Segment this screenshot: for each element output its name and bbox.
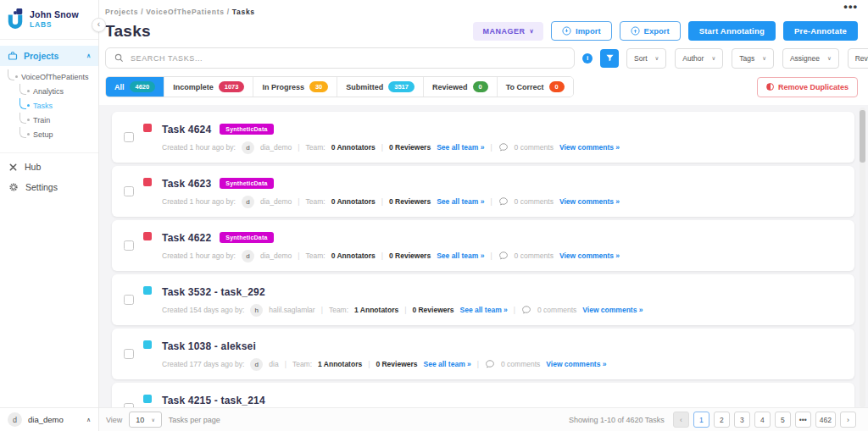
task-row[interactable]: Task 4623SyntheticDataCreated 1 hour ago… bbox=[112, 166, 854, 217]
export-button[interactable]: Export bbox=[620, 21, 681, 41]
comments-count: 0 comments bbox=[537, 306, 576, 314]
sidebar-item-analytics[interactable]: Analytics bbox=[19, 85, 97, 99]
task-meta: Created 1 hour ago by:ddia_demo|Team:0 A… bbox=[162, 141, 620, 154]
scrollbar[interactable] bbox=[860, 108, 865, 407]
task-body: Task 3532 - task_292Created 154 days ago… bbox=[162, 284, 643, 317]
task-checkbox[interactable] bbox=[124, 186, 134, 196]
see-all-team-link[interactable]: See all team » bbox=[437, 197, 484, 206]
filter-dropdown-reviewer[interactable]: Reviewer∨ bbox=[848, 48, 868, 69]
see-all-team-link[interactable]: See all team » bbox=[437, 251, 484, 260]
breadcrumb-item[interactable]: VoiceOfThePatients bbox=[146, 8, 224, 16]
tree-connector bbox=[19, 98, 26, 109]
task-title[interactable]: Task 4622 bbox=[162, 232, 211, 244]
pagination-page-1[interactable]: 1 bbox=[693, 412, 709, 428]
task-title[interactable]: Task 4624 bbox=[162, 124, 211, 135]
sidebar-item-setup[interactable]: Setup bbox=[19, 128, 97, 142]
app-window: ‹ John Snow LABS Projects ∧ bbox=[0, 0, 868, 431]
pagination-page-5[interactable]: 5 bbox=[775, 412, 791, 428]
task-row[interactable]: Task 1038 - alekseiCreated 177 days ago … bbox=[112, 329, 854, 379]
sidebar-item-tasks[interactable]: Tasks bbox=[19, 99, 97, 113]
task-status-icon bbox=[143, 232, 152, 240]
view-comments-link[interactable]: View comments » bbox=[582, 306, 643, 314]
task-row[interactable]: Task 3532 - task_292Created 154 days ago… bbox=[112, 274, 854, 325]
task-meta: Created 154 days ago by:hhalil.saglamlar… bbox=[162, 304, 643, 317]
tabs-row: All4620Incomplete1073In Progress30Submit… bbox=[99, 75, 868, 105]
page-size-select[interactable]: 10 ∨ bbox=[129, 412, 161, 428]
remove-duplicates-button[interactable]: Remove Duplicates bbox=[757, 77, 858, 97]
tab-in-progress[interactable]: In Progress30 bbox=[253, 77, 337, 97]
filter-dropdown-author[interactable]: Author∨ bbox=[675, 48, 723, 69]
tree-item-label: Train bbox=[33, 116, 50, 128]
task-checkbox[interactable] bbox=[124, 240, 134, 251]
view-label: View bbox=[106, 416, 122, 424]
pagination-page-4[interactable]: 4 bbox=[754, 412, 771, 428]
breadcrumb-item[interactable]: Projects bbox=[105, 8, 138, 16]
view-comments-link[interactable]: View comments » bbox=[559, 251, 620, 260]
pagination-page-2[interactable]: 2 bbox=[714, 412, 730, 428]
search-icon bbox=[114, 53, 124, 63]
tab-all[interactable]: All4620 bbox=[106, 77, 164, 97]
overflow-menu-icon[interactable]: ••• bbox=[843, 0, 858, 13]
dropdown-label: Tags bbox=[739, 54, 754, 63]
view-comments-link[interactable]: View comments » bbox=[546, 360, 606, 368]
task-tag-badge: SyntheticData bbox=[220, 232, 273, 243]
task-row[interactable]: Task 4215 - task_214Created 128 days ago… bbox=[112, 383, 854, 407]
role-label: MANAGER bbox=[482, 27, 525, 36]
see-all-team-link[interactable]: See all team » bbox=[437, 143, 484, 152]
sidebar-item-project-root[interactable]: VoiceOfThePatients bbox=[8, 70, 97, 85]
pre-annotate-button[interactable]: Pre-Annotate bbox=[783, 21, 858, 41]
task-row[interactable]: Task 4622SyntheticDataCreated 1 hour ago… bbox=[112, 220, 854, 271]
task-title[interactable]: Task 1038 - aleksei bbox=[162, 340, 256, 352]
filter-dropdown-sort[interactable]: Sort∨ bbox=[626, 48, 666, 69]
see-all-team-link[interactable]: See all team » bbox=[460, 306, 508, 314]
filter-dropdown-tags[interactable]: Tags∨ bbox=[732, 48, 774, 69]
tree-item-label: Tasks bbox=[33, 102, 53, 113]
chevron-down-icon: ∨ bbox=[711, 55, 715, 62]
task-row[interactable]: Task 4624SyntheticDataCreated 1 hour ago… bbox=[112, 112, 854, 163]
task-title-row: Task 4622SyntheticData bbox=[162, 232, 620, 244]
task-checkbox[interactable] bbox=[124, 132, 134, 142]
filter-button[interactable] bbox=[600, 49, 619, 68]
tree-connector bbox=[19, 127, 26, 138]
task-status-icon bbox=[143, 340, 152, 349]
sidebar-item-projects[interactable]: Projects ∧ bbox=[0, 46, 98, 66]
scrollbar-thumb[interactable] bbox=[860, 110, 865, 163]
task-title[interactable]: Task 4623 bbox=[162, 178, 211, 190]
task-meta: Created 177 days ago by:ddia|Team:1 Anno… bbox=[162, 358, 606, 371]
start-annotating-button[interactable]: Start Annotating bbox=[688, 21, 776, 41]
view-comments-link[interactable]: View comments » bbox=[559, 143, 620, 152]
sidebar-item-settings[interactable]: Settings bbox=[0, 180, 98, 201]
import-button[interactable]: Import bbox=[551, 21, 612, 41]
tab-submitted[interactable]: Submitted3517 bbox=[337, 77, 424, 97]
task-checkbox[interactable] bbox=[124, 295, 134, 305]
view-comments-link[interactable]: View comments » bbox=[559, 197, 620, 206]
see-all-team-link[interactable]: See all team » bbox=[424, 360, 471, 368]
info-icon[interactable]: i bbox=[582, 53, 593, 64]
task-checkbox[interactable] bbox=[124, 403, 134, 407]
chevron-down-icon: ∨ bbox=[655, 55, 659, 62]
separator: | bbox=[381, 251, 383, 260]
pagination-ellipsis[interactable]: ••• bbox=[795, 412, 811, 428]
role-selector-button[interactable]: MANAGER ∨ bbox=[473, 22, 543, 41]
sidebar-item-train[interactable]: Train bbox=[19, 113, 97, 128]
tab-incomplete[interactable]: Incomplete1073 bbox=[164, 77, 253, 97]
pagination-page-462[interactable]: 462 bbox=[815, 412, 836, 428]
pagination-next-button[interactable]: › bbox=[840, 412, 856, 428]
annotators-count: 0 Annotators bbox=[331, 251, 376, 260]
search-input[interactable] bbox=[131, 54, 565, 63]
tab-to-correct[interactable]: To Correct0 bbox=[498, 77, 573, 97]
tab-count-badge: 30 bbox=[309, 81, 328, 92]
task-title[interactable]: Task 4215 - task_214 bbox=[162, 395, 265, 406]
reviewers-count: 0 Reviewers bbox=[376, 360, 417, 368]
tab-reviewed[interactable]: Reviewed0 bbox=[424, 77, 498, 97]
comments-icon bbox=[498, 142, 509, 152]
sidebar-item-hub[interactable]: Hub bbox=[0, 153, 98, 180]
pagination-prev-button[interactable]: ‹ bbox=[673, 412, 689, 428]
collapse-sidebar-icon[interactable]: ‹ bbox=[92, 18, 106, 32]
pagination-page-3[interactable]: 3 bbox=[734, 412, 750, 428]
user-menu[interactable]: d dia_demo ∧ bbox=[0, 407, 98, 431]
filter-dropdown-assignee[interactable]: Assignee∨ bbox=[782, 48, 839, 69]
task-checkbox[interactable] bbox=[124, 349, 134, 359]
tree-dot bbox=[27, 104, 30, 107]
task-title[interactable]: Task 3532 - task_292 bbox=[162, 286, 265, 298]
